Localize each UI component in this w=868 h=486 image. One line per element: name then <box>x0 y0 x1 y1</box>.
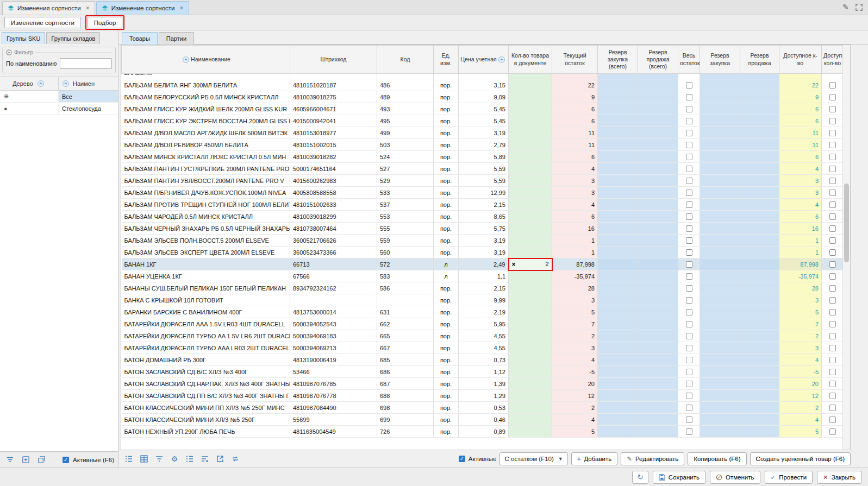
numbered-list-icon[interactable] <box>184 453 196 465</box>
list-settings-icon[interactable] <box>199 453 211 465</box>
doc-qty-cell[interactable] <box>509 390 552 402</box>
whole-stock-checkbox[interactable] <box>686 357 692 363</box>
available-checkbox[interactable] <box>829 393 836 399</box>
doc-qty-cell[interactable] <box>509 199 552 211</box>
available-checkbox[interactable] <box>829 178 836 184</box>
product-row[interactable]: БАЛЬЗАМ ПАНТИН УВЛ/ВОССТ.200МЛ PANTENE P… <box>122 175 844 187</box>
doc-qty-cell[interactable] <box>509 163 552 175</box>
tree-col-name[interactable]: Наимен <box>59 77 118 90</box>
product-row[interactable]: БАЛЬЗАМ ЭЛЬСЕВ ПОЛН.ВОССТ.5 200МЛ ELSEVE… <box>122 235 844 247</box>
product-row[interactable]: БАТОН КЛАССИЧЕСКИЙ МИНИ ХЛ/З №5 250Г5569… <box>122 414 844 426</box>
available-checkbox[interactable] <box>829 130 836 136</box>
available-checkbox[interactable] <box>829 82 836 89</box>
col-header-doc-qty[interactable]: Кол-во товара в документе <box>509 46 552 74</box>
product-row[interactable]: БАЛЬЗАМ МИНСК КРИСТАЛЛ ЛЮКС КРИСТАЛ 0.5Л… <box>122 151 844 163</box>
product-row[interactable]: БАЛЬЗАМ ЭЛЬСЕВ ЭКСПЕРТ ЦВЕТА 200МЛ ELSEV… <box>122 247 844 258</box>
doc-qty-cell[interactable] <box>509 223 552 235</box>
doc-qty-cell[interactable] <box>509 115 552 127</box>
collapse-filter-icon[interactable] <box>6 49 12 55</box>
available-checkbox[interactable] <box>829 321 836 327</box>
available-checkbox[interactable] <box>829 273 836 280</box>
available-checkbox[interactable] <box>829 94 836 100</box>
sort-asc-icon[interactable] <box>38 80 44 87</box>
available-checkbox[interactable] <box>829 405 836 411</box>
available-checkbox[interactable] <box>829 345 836 351</box>
available-checkbox[interactable] <box>829 428 836 435</box>
doc-qty-cell[interactable] <box>509 103 552 115</box>
whole-stock-checkbox[interactable] <box>686 345 692 351</box>
doc-qty-cell[interactable] <box>509 402 552 414</box>
product-row[interactable]: БАНАН УЦЕНКА 1КГ67566583л1,1-35,974-35,9… <box>122 270 844 282</box>
product-row[interactable]: БАРАНКИ БАРСКИЕ С ВАНИЛИНОМ 400Г48137530… <box>122 306 844 318</box>
col-header-unit[interactable]: Ед. изм. <box>434 46 459 74</box>
available-checkbox[interactable] <box>829 106 836 112</box>
list-view-icon[interactable] <box>123 453 135 465</box>
available-checkbox[interactable] <box>829 142 836 148</box>
whole-stock-checkbox[interactable] <box>686 130 692 136</box>
edit-icon[interactable]: ✎ <box>842 3 849 11</box>
whole-stock-checkbox[interactable] <box>686 82 692 89</box>
doc-qty-cell[interactable] <box>509 270 552 282</box>
product-row[interactable]: БАЛЬЗАМ ГЛИСС КУР ЖИДКИЙ ШЕЛК 200МЛ GLIS… <box>122 103 844 115</box>
scrollbar-thumb[interactable] <box>844 184 849 262</box>
sort-asc-icon[interactable] <box>498 56 505 63</box>
tab-sku-groups[interactable]: Группы SKU <box>2 32 45 44</box>
product-row[interactable]: БАТАРЕЙКИ ДЮРАСЕЛЛ ТУРБО AA 1.5V LR6 2ШТ… <box>122 330 844 342</box>
vertical-scrollbar[interactable] <box>842 45 850 450</box>
available-checkbox[interactable] <box>829 201 836 208</box>
product-row[interactable]: БАЛЬЗАМ БЕЛИТА ЯНГ 300МЛ БЕЛИТА481015102… <box>122 79 844 91</box>
doc-qty-cell[interactable]: ×2 <box>509 258 552 270</box>
product-row[interactable]: БАТАРЕЙКИ ДЮРАСЕЛЛ ТУРБО AAA LR03 2ШТ DU… <box>122 342 844 354</box>
product-row[interactable]: БАЛЬЗАМ ПРОТИВ ТРЕЩИН СТУПНЕЙ НОГ 100МЛ … <box>122 199 844 211</box>
doc-qty-cell[interactable] <box>509 294 552 306</box>
product-row[interactable]: БАЛЬЗАМ Д/ВОЛ.МАСЛО АРГ/ЖИДК.ШЕЛК 500МЛ … <box>122 127 844 139</box>
doc-qty-cell[interactable] <box>509 306 552 318</box>
whole-stock-checkbox[interactable] <box>686 381 692 387</box>
whole-stock-checkbox[interactable] <box>686 297 692 304</box>
save-button[interactable]: Сохранить <box>653 471 705 484</box>
doc-qty-cell[interactable] <box>509 330 552 342</box>
tree-row-glassware[interactable]: ● Стеклопосуда <box>0 103 118 115</box>
col-header-reserve-sale[interactable]: Резерв продажа <box>740 46 779 74</box>
doc-qty-cell[interactable] <box>509 282 552 294</box>
mode-tab-pick[interactable]: Подбор <box>88 17 123 28</box>
whole-stock-checkbox[interactable] <box>686 393 692 399</box>
available-checkbox[interactable] <box>829 369 836 375</box>
whole-stock-checkbox[interactable] <box>686 249 692 256</box>
fullscreen-icon[interactable] <box>855 4 863 11</box>
available-checkbox[interactable] <box>829 297 836 304</box>
doc-qty-cell[interactable] <box>509 354 552 366</box>
add-button[interactable]: + Добавить <box>571 452 618 465</box>
col-header-price[interactable]: Цена учетная <box>459 46 509 74</box>
filter-lines-icon[interactable] <box>4 454 16 466</box>
available-checkbox[interactable] <box>829 381 836 387</box>
doc-qty-cell[interactable] <box>509 79 552 91</box>
doc-qty-cell[interactable] <box>509 235 552 247</box>
tab-goods[interactable]: Товары <box>122 32 158 45</box>
doc-qty-cell[interactable] <box>509 127 552 139</box>
sort-asc-icon[interactable] <box>63 80 69 87</box>
whole-stock-checkbox[interactable] <box>686 225 692 232</box>
close-tab-icon[interactable]: × <box>86 4 90 12</box>
tab-batches[interactable]: Партии <box>159 32 194 45</box>
col-header-available-check[interactable]: Доступное кол-во <box>822 46 844 74</box>
available-checkbox[interactable] <box>829 309 836 315</box>
whole-stock-checkbox[interactable] <box>686 405 692 411</box>
filter-name-input[interactable] <box>60 58 112 69</box>
doc-qty-cell[interactable] <box>509 91 552 103</box>
product-row[interactable]: БАТОН ДОМАШНИЙ РБ 300Г4813190006419685по… <box>122 354 844 366</box>
available-checkbox[interactable] <box>829 154 836 160</box>
doc-qty-cell[interactable] <box>509 342 552 354</box>
whole-stock-checkbox[interactable] <box>686 309 692 315</box>
sort-asc-icon[interactable] <box>183 56 189 63</box>
product-row[interactable]: БАЛЬЗАМ БЕЛОРУССКИЙ РБ 0.5Л МИНСК КРИСТА… <box>122 91 844 103</box>
available-checkbox[interactable] <box>829 416 836 423</box>
mode-tab-change[interactable]: Изменение сортности <box>4 17 81 28</box>
product-row[interactable]: БАТОН КЛАССИЧЕСКИЙ МИНИ ПП ХЛ/З №5 250Г … <box>122 402 844 414</box>
doc-qty-cell[interactable] <box>509 151 552 163</box>
whole-stock-checkbox[interactable] <box>686 333 692 339</box>
available-checkbox[interactable] <box>829 237 836 244</box>
whole-stock-checkbox[interactable] <box>686 321 692 327</box>
available-checkbox[interactable] <box>829 333 836 339</box>
post-button[interactable]: ✓ Провести <box>765 471 813 484</box>
